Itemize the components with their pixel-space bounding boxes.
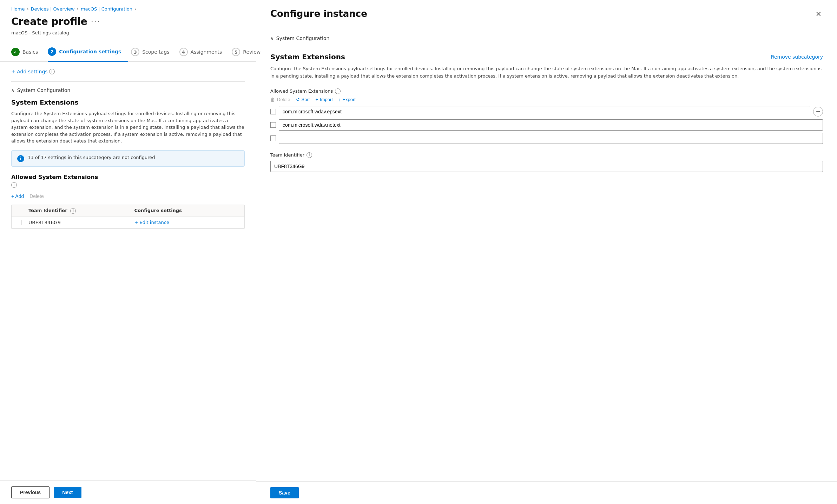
edit-instance-link[interactable]: + Edit instance	[134, 220, 240, 225]
step-3-circle: 3	[131, 48, 139, 56]
wizard-steps: ✓ Basics 2 Configuration settings 3 Scop…	[0, 40, 256, 62]
add-settings-info-icon[interactable]: i	[49, 69, 55, 74]
team-identifier-field: Team Identifier i	[270, 152, 823, 174]
entry-3-checkbox[interactable]	[270, 135, 276, 141]
subsection-title: System Extensions	[11, 99, 245, 106]
main-content: + Add settings i ∧ System Configuration …	[0, 62, 256, 480]
panel-footer: Save	[256, 481, 837, 504]
entry-2-checkbox[interactable]	[270, 122, 276, 128]
previous-button[interactable]: Previous	[11, 486, 50, 498]
allowed-ext-info-icon[interactable]: i	[11, 182, 17, 188]
panel-subsection-title: System Extensions Remove subcategory	[270, 53, 823, 61]
step-2-label: Configuration settings	[59, 49, 121, 54]
panel-title: Configure instance	[270, 8, 367, 19]
section-header: ∧ System Configuration	[11, 87, 245, 93]
breadcrumb-macos-config[interactable]: macOS | Configuration	[81, 6, 132, 12]
page-title-area: Create profile ···	[0, 14, 256, 30]
step-review[interactable]: 5 Review	[232, 44, 268, 61]
team-id-info-icon[interactable]: i	[307, 152, 312, 158]
field-info-icon[interactable]: i	[335, 88, 341, 94]
page-subtitle: macOS - Settings catalog	[0, 30, 256, 40]
save-button[interactable]: Save	[270, 487, 299, 498]
extension-entry-2	[270, 119, 823, 131]
right-panel: Configure instance ✕ ∧ System Configurat…	[256, 0, 837, 504]
panel-export-button[interactable]: ↓ Export	[338, 97, 356, 102]
team-id-col-info-icon[interactable]: i	[70, 208, 76, 214]
table-header: Team Identifier i Configure settings	[12, 205, 244, 217]
team-identifier-input[interactable]	[270, 161, 823, 172]
step-1-circle: ✓	[11, 48, 20, 56]
add-button[interactable]: + Add	[11, 192, 24, 200]
table-row: UBF8T346G9 + Edit instance	[12, 217, 244, 228]
panel-body: ∧ System Configuration System Extensions…	[256, 27, 837, 481]
import-icon: +	[315, 97, 318, 102]
col-configure-settings: Configure settings	[134, 208, 240, 214]
trash-icon: 🗑	[270, 97, 275, 102]
panel-description: Configure the System Extensions payload …	[270, 65, 823, 80]
more-options-icon[interactable]: ···	[91, 17, 100, 26]
delete-button[interactable]: Delete	[29, 192, 44, 200]
step-scope-tags[interactable]: 3 Scope tags	[131, 44, 176, 61]
field-toolbar: 🗑 Delete ↺ Sort + Import ↓ Export	[270, 97, 823, 102]
row-checkbox[interactable]	[16, 220, 21, 225]
panel-section-divider	[270, 47, 823, 47]
entry-3-input[interactable]	[279, 133, 823, 144]
extensions-table: Team Identifier i Configure settings UBF…	[11, 205, 245, 229]
next-button[interactable]: Next	[54, 487, 81, 498]
col-team-identifier: Team Identifier i	[28, 208, 134, 214]
bottom-bar: Previous Next	[0, 480, 256, 504]
panel-delete-button[interactable]: 🗑 Delete	[270, 97, 290, 102]
chevron-collapse-icon[interactable]: ∧	[11, 88, 14, 93]
left-toolbar: + Add Delete	[11, 192, 245, 200]
row-team-id: UBF8T346G9	[28, 220, 134, 225]
section-divider-1	[11, 81, 245, 82]
breadcrumb-devices-overview[interactable]: Devices | Overview	[31, 6, 75, 12]
section-name: System Configuration	[17, 87, 71, 93]
step-2-circle: 2	[48, 47, 56, 56]
breadcrumb: Home › Devices | Overview › macOS | Conf…	[0, 0, 256, 14]
panel-header: Configure instance ✕	[256, 0, 837, 27]
step-4-label: Assignments	[191, 49, 222, 55]
add-settings-link[interactable]: + Add settings i	[11, 69, 245, 74]
entry-1-remove-icon[interactable]: −	[813, 107, 823, 117]
close-button[interactable]: ✕	[814, 8, 823, 20]
remove-subcategory-link[interactable]: Remove subcategory	[771, 54, 823, 60]
step-5-circle: 5	[232, 48, 240, 56]
panel-section-name: System Configuration	[276, 35, 330, 41]
entry-1-input[interactable]	[279, 106, 810, 117]
step-4-circle: 4	[179, 48, 188, 56]
panel-section-header: ∧ System Configuration	[270, 35, 823, 41]
step-3-label: Scope tags	[142, 49, 169, 55]
entry-1-checkbox[interactable]	[270, 109, 276, 114]
extension-entry-3	[270, 133, 823, 144]
section-description: Configure the System Extensions payload …	[11, 110, 245, 145]
step-1-label: Basics	[22, 49, 38, 55]
export-icon: ↓	[338, 97, 341, 102]
info-banner-text: 13 of 17 settings in this subcategory ar…	[28, 155, 155, 160]
step-5-label: Review	[243, 49, 261, 55]
panel-import-button[interactable]: + Import	[315, 97, 332, 102]
sort-icon: ↺	[296, 97, 300, 102]
breadcrumb-home[interactable]: Home	[11, 6, 25, 12]
allowed-ext-title: Allowed System Extensions	[11, 174, 245, 180]
extension-entry-1: −	[270, 106, 823, 117]
step-assignments[interactable]: 4 Assignments	[179, 44, 229, 61]
panel-sort-button[interactable]: ↺ Sort	[296, 97, 310, 102]
step-config-settings[interactable]: 2 Configuration settings	[48, 44, 128, 62]
left-panel: Home › Devices | Overview › macOS | Conf…	[0, 0, 256, 504]
page-title: Create profile	[11, 16, 87, 27]
allowed-extensions-field-label: Allowed System Extensions i	[270, 88, 823, 94]
info-banner-icon: i	[17, 155, 24, 162]
team-identifier-label: Team Identifier i	[270, 152, 823, 158]
step-basics[interactable]: ✓ Basics	[11, 44, 45, 61]
allowed-extensions-field: Allowed System Extensions i 🗑 Delete ↺ S…	[270, 88, 823, 144]
panel-chevron-icon[interactable]: ∧	[270, 36, 273, 41]
entry-2-input[interactable]	[279, 119, 823, 131]
info-banner: i 13 of 17 settings in this subcategory …	[11, 150, 245, 167]
